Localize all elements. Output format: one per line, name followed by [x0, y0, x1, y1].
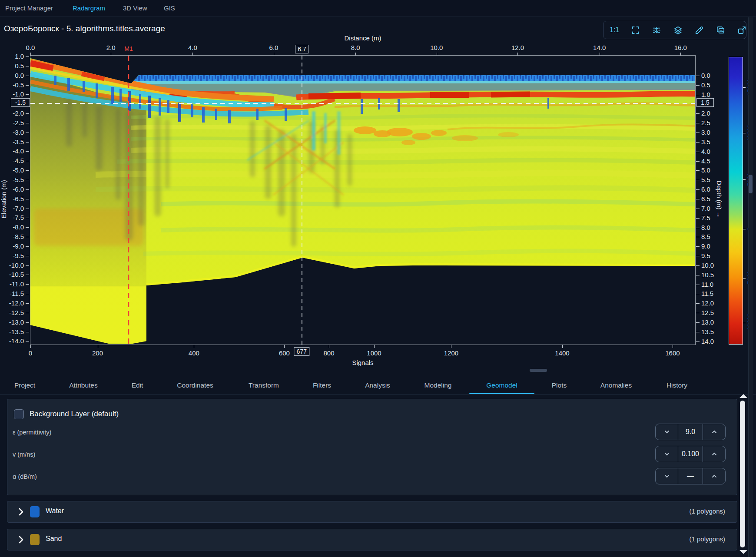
right-tick-label: 1.0 [701, 91, 710, 98]
right-tick [696, 332, 700, 332]
right-tick [696, 313, 700, 313]
elevation-cursor-readout[interactable]: -1.5 [11, 98, 30, 107]
chevron-down-icon [663, 473, 670, 480]
right-tick [696, 209, 700, 209]
tab-coordinates[interactable]: Coordinates [177, 381, 213, 389]
fullscreen-icon[interactable] [630, 25, 640, 35]
permittivity-stepper: 9.0 [655, 424, 726, 440]
left-tick [26, 332, 29, 332]
top-tick-label: 2.0 [106, 44, 116, 51]
left-tick-label: -3.0 [0, 129, 24, 136]
tab-geomodel[interactable]: Geomodel [486, 381, 517, 389]
elevation-axis-title: Elevation (m) [0, 180, 7, 218]
m1-marker-label[interactable]: M1 [124, 45, 133, 52]
nav-radargram[interactable]: Radargram [73, 4, 105, 12]
chart-horizontal-scrollbar[interactable] [530, 369, 547, 372]
colorbar-tick [743, 133, 746, 133]
tab-modeling[interactable]: Modeling [424, 381, 452, 389]
open-in-new-icon[interactable] [737, 25, 747, 35]
tab-analysis[interactable]: Analysis [365, 381, 390, 389]
radargram-image[interactable] [30, 56, 695, 345]
left-tick [26, 199, 29, 199]
permittivity-value[interactable]: 9.0 [678, 424, 703, 440]
image-export-icon[interactable] [716, 25, 726, 35]
right-tick [696, 180, 700, 180]
top-tick-label: 4.0 [188, 44, 197, 51]
background-layer-card: Background Layer (default) ε (permittivi… [7, 399, 737, 495]
tab-filters[interactable]: Filters [313, 381, 331, 389]
top-tick [517, 53, 518, 56]
panel-scrollbar-thumb[interactable] [740, 401, 745, 547]
tab-plots[interactable]: Plots [552, 381, 567, 389]
right-tick-label: 7.0 [701, 205, 710, 212]
zoom-1to1-button[interactable]: 1:1 [610, 26, 619, 34]
window-scrollbar-thumb[interactable] [749, 175, 753, 193]
left-tick [26, 303, 29, 304]
water-layer-name: Water [46, 507, 64, 515]
left-tick [26, 189, 29, 190]
attenuation-increment-button[interactable] [703, 468, 725, 484]
right-tick-label: 12.0 [701, 299, 714, 307]
background-layer-checkbox[interactable] [14, 409, 24, 419]
right-tick [696, 322, 700, 323]
sand-layer-row[interactable]: Sand (1 polygons) [7, 529, 737, 550]
left-tick [26, 123, 29, 123]
pencil-icon[interactable] [694, 25, 704, 35]
bottom-tick [562, 345, 563, 348]
left-tick [26, 56, 29, 57]
left-tick-label: -11.5 [0, 290, 24, 297]
right-tick [696, 303, 700, 304]
panel-scroll-up-icon[interactable] [739, 394, 747, 398]
layers-icon[interactable] [673, 25, 683, 35]
tab-edit[interactable]: Edit [132, 381, 143, 389]
right-tick [696, 95, 700, 95]
panel-scroll-down-icon[interactable] [739, 550, 747, 554]
permittivity-increment-button[interactable] [703, 424, 725, 440]
left-tick-label: -2.5 [0, 119, 24, 126]
left-tick-label: -9.0 [0, 242, 24, 250]
bottom-tick-label: 800 [323, 349, 334, 357]
attenuation-value[interactable]: — [678, 468, 703, 484]
tab-attributes[interactable]: Attributes [69, 381, 97, 389]
colorbar-tick [743, 87, 746, 88]
left-tick-label: -8.0 [0, 223, 24, 231]
right-tick-label: 13.5 [701, 328, 714, 335]
signal-cursor-readout[interactable]: 677 [294, 347, 309, 356]
chevron-right-icon[interactable] [18, 535, 24, 544]
right-tick-label: 4.0 [701, 148, 710, 155]
velocity-increment-button[interactable] [703, 446, 725, 462]
tab-project[interactable]: Project [14, 381, 35, 389]
tab-anomalies[interactable]: Anomalies [600, 381, 632, 389]
left-tick-label: -10.5 [0, 271, 24, 278]
amplitude-colorbar [729, 57, 743, 345]
right-tick-label: 3.5 [701, 138, 710, 146]
tab-history[interactable]: History [666, 381, 687, 389]
distance-cursor-readout[interactable]: 6.7 [295, 45, 308, 53]
fit-vertical-icon[interactable] [652, 25, 662, 35]
right-tick-label: 11.0 [701, 281, 713, 288]
left-tick-label: -8.5 [0, 233, 24, 240]
nav-3d-view[interactable]: 3D View [123, 4, 147, 12]
window-scrollbar-track[interactable] [748, 17, 753, 557]
velocity-value[interactable]: 0.100 [678, 446, 703, 462]
depth-cursor-readout[interactable]: 1.5 [696, 98, 714, 107]
nav-project-manager[interactable]: Project Manager [5, 4, 53, 12]
left-tick [26, 113, 29, 114]
bottom-tick [329, 345, 329, 348]
tab-transform[interactable]: Transform [249, 381, 279, 389]
top-tick-label: 16.0 [674, 44, 687, 51]
right-tick-label: 9.0 [701, 242, 710, 250]
attenuation-decrement-button[interactable] [656, 468, 678, 484]
right-tick [696, 237, 700, 237]
right-tick-label: 8.5 [701, 233, 710, 240]
velocity-decrement-button[interactable] [656, 446, 678, 462]
water-layer-row[interactable]: Water (1 polygons) [7, 501, 737, 523]
radargram-plot-area[interactable] [30, 56, 695, 345]
left-tick [26, 142, 29, 143]
permittivity-decrement-button[interactable] [656, 424, 678, 440]
chevron-right-icon[interactable] [18, 507, 24, 516]
right-tick [696, 341, 700, 342]
nav-gis[interactable]: GIS [164, 4, 175, 12]
bottom-tick-label: 0 [29, 349, 32, 357]
chevron-up-icon [711, 473, 718, 480]
